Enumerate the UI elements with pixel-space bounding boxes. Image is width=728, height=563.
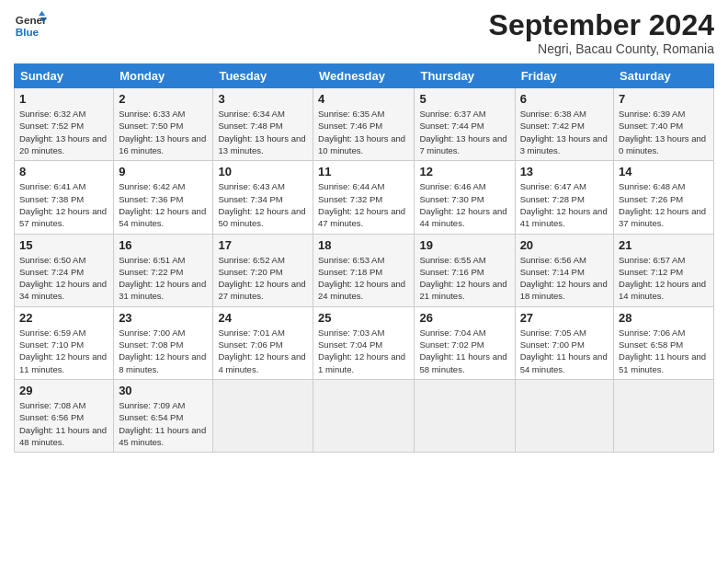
day-cell: 23Sunrise: 7:00 AMSunset: 7:08 PMDayligh… — [114, 306, 213, 379]
day-cell — [313, 379, 415, 452]
day-number: 26 — [419, 311, 509, 325]
day-number: 4 — [318, 92, 409, 106]
day-info: Sunrise: 6:51 AMSunset: 7:22 PMDaylight:… — [119, 254, 208, 303]
day-cell: 19Sunrise: 6:55 AMSunset: 7:16 PMDayligh… — [415, 234, 515, 306]
day-cell: 16Sunrise: 6:51 AMSunset: 7:22 PMDayligh… — [114, 234, 213, 306]
day-info: Sunrise: 6:46 AMSunset: 7:30 PMDaylight:… — [419, 180, 509, 229]
day-cell: 10Sunrise: 6:43 AMSunset: 7:34 PMDayligh… — [213, 161, 313, 234]
day-number: 17 — [218, 238, 308, 252]
day-info: Sunrise: 6:43 AMSunset: 7:34 PMDaylight:… — [218, 180, 308, 229]
day-info: Sunrise: 7:01 AMSunset: 7:06 PMDaylight:… — [218, 327, 308, 375]
day-cell: 27Sunrise: 7:05 AMSunset: 7:00 PMDayligh… — [515, 306, 613, 379]
week-row-3: 15Sunrise: 6:50 AMSunset: 7:24 PMDayligh… — [15, 234, 714, 306]
day-cell: 6Sunrise: 6:38 AMSunset: 7:42 PMDaylight… — [515, 88, 613, 161]
day-info: Sunrise: 7:05 AMSunset: 7:00 PMDaylight:… — [520, 327, 609, 375]
week-row-2: 8Sunrise: 6:41 AMSunset: 7:38 PMDaylight… — [15, 161, 714, 234]
day-number: 6 — [520, 92, 609, 106]
day-info: Sunrise: 6:32 AMSunset: 7:52 PMDaylight:… — [19, 108, 108, 156]
col-header-saturday: Saturday — [614, 64, 714, 88]
day-cell: 18Sunrise: 6:53 AMSunset: 7:18 PMDayligh… — [313, 234, 415, 306]
day-number: 21 — [619, 238, 709, 252]
day-info: Sunrise: 6:53 AMSunset: 7:18 PMDaylight:… — [318, 254, 409, 303]
day-cell: 13Sunrise: 6:47 AMSunset: 7:28 PMDayligh… — [515, 161, 613, 234]
day-info: Sunrise: 7:09 AMSunset: 6:54 PMDaylight:… — [119, 399, 208, 448]
day-number: 13 — [520, 165, 609, 178]
day-info: Sunrise: 6:39 AMSunset: 7:40 PMDaylight:… — [619, 108, 709, 156]
day-info: Sunrise: 6:33 AMSunset: 7:50 PMDaylight:… — [119, 108, 208, 156]
day-info: Sunrise: 6:34 AMSunset: 7:48 PMDaylight:… — [218, 108, 308, 156]
col-header-monday: Monday — [114, 64, 213, 88]
calendar: SundayMondayTuesdayWednesdayThursdayFrid… — [14, 63, 714, 453]
col-header-tuesday: Tuesday — [213, 64, 313, 88]
day-number: 28 — [619, 311, 709, 325]
day-number: 5 — [419, 92, 509, 106]
day-info: Sunrise: 6:44 AMSunset: 7:32 PMDaylight:… — [318, 180, 409, 229]
col-header-thursday: Thursday — [415, 64, 515, 88]
day-number: 20 — [520, 238, 609, 252]
title-block: September 2024 Negri, Bacau County, Roma… — [489, 9, 714, 56]
day-info: Sunrise: 6:48 AMSunset: 7:26 PMDaylight:… — [619, 180, 709, 229]
day-cell: 22Sunrise: 6:59 AMSunset: 7:10 PMDayligh… — [15, 306, 114, 379]
week-row-4: 22Sunrise: 6:59 AMSunset: 7:10 PMDayligh… — [15, 306, 714, 379]
day-info: Sunrise: 7:04 AMSunset: 7:02 PMDaylight:… — [419, 327, 509, 375]
day-cell: 11Sunrise: 6:44 AMSunset: 7:32 PMDayligh… — [313, 161, 415, 234]
day-info: Sunrise: 6:55 AMSunset: 7:16 PMDaylight:… — [419, 254, 509, 303]
day-cell: 8Sunrise: 6:41 AMSunset: 7:38 PMDaylight… — [15, 161, 114, 234]
day-info: Sunrise: 6:42 AMSunset: 7:36 PMDaylight:… — [119, 180, 208, 229]
day-number: 14 — [619, 165, 709, 178]
day-number: 29 — [19, 384, 108, 397]
day-cell: 25Sunrise: 7:03 AMSunset: 7:04 PMDayligh… — [313, 306, 415, 379]
day-number: 18 — [318, 238, 409, 252]
day-number: 25 — [318, 311, 409, 325]
logo-icon: General Blue — [14, 9, 47, 42]
day-cell: 17Sunrise: 6:52 AMSunset: 7:20 PMDayligh… — [213, 234, 313, 306]
day-cell: 30Sunrise: 7:09 AMSunset: 6:54 PMDayligh… — [114, 379, 213, 452]
day-info: Sunrise: 6:38 AMSunset: 7:42 PMDaylight:… — [520, 108, 609, 156]
day-info: Sunrise: 7:03 AMSunset: 7:04 PMDaylight:… — [318, 327, 409, 375]
day-info: Sunrise: 6:47 AMSunset: 7:28 PMDaylight:… — [520, 180, 609, 229]
day-cell: 4Sunrise: 6:35 AMSunset: 7:46 PMDaylight… — [313, 88, 415, 161]
day-number: 30 — [119, 384, 208, 397]
day-info: Sunrise: 6:37 AMSunset: 7:44 PMDaylight:… — [419, 108, 509, 156]
day-cell: 28Sunrise: 7:06 AMSunset: 6:58 PMDayligh… — [614, 306, 714, 379]
day-cell: 7Sunrise: 6:39 AMSunset: 7:40 PMDaylight… — [614, 88, 714, 161]
day-cell: 21Sunrise: 6:57 AMSunset: 7:12 PMDayligh… — [614, 234, 714, 306]
day-number: 23 — [119, 311, 208, 325]
day-number: 8 — [19, 165, 108, 178]
day-number: 15 — [19, 238, 108, 252]
day-number: 11 — [318, 165, 409, 178]
day-cell — [415, 379, 515, 452]
day-info: Sunrise: 6:35 AMSunset: 7:46 PMDaylight:… — [318, 108, 409, 156]
svg-text:Blue: Blue — [16, 26, 40, 38]
day-info: Sunrise: 7:08 AMSunset: 6:56 PMDaylight:… — [19, 399, 108, 448]
col-header-friday: Friday — [515, 64, 613, 88]
page: General Blue September 2024 Negri, Bacau… — [0, 0, 728, 563]
day-cell: 15Sunrise: 6:50 AMSunset: 7:24 PMDayligh… — [15, 234, 114, 306]
col-header-wednesday: Wednesday — [313, 64, 415, 88]
day-number: 12 — [419, 165, 509, 178]
day-info: Sunrise: 6:56 AMSunset: 7:14 PMDaylight:… — [520, 254, 609, 303]
day-number: 19 — [419, 238, 509, 252]
day-info: Sunrise: 6:52 AMSunset: 7:20 PMDaylight:… — [218, 254, 308, 303]
day-info: Sunrise: 7:00 AMSunset: 7:08 PMDaylight:… — [119, 327, 208, 375]
logo: General Blue — [14, 9, 47, 42]
day-cell: 29Sunrise: 7:08 AMSunset: 6:56 PMDayligh… — [15, 379, 114, 452]
calendar-header-row: SundayMondayTuesdayWednesdayThursdayFrid… — [15, 64, 714, 88]
day-number: 24 — [218, 311, 308, 325]
day-cell: 20Sunrise: 6:56 AMSunset: 7:14 PMDayligh… — [515, 234, 613, 306]
day-cell — [614, 379, 714, 452]
month-title: September 2024 — [489, 9, 714, 41]
day-cell — [213, 379, 313, 452]
col-header-sunday: Sunday — [15, 64, 114, 88]
subtitle: Negri, Bacau County, Romania — [489, 41, 714, 56]
day-cell: 9Sunrise: 6:42 AMSunset: 7:36 PMDaylight… — [114, 161, 213, 234]
day-cell: 14Sunrise: 6:48 AMSunset: 7:26 PMDayligh… — [614, 161, 714, 234]
day-info: Sunrise: 6:41 AMSunset: 7:38 PMDaylight:… — [19, 180, 108, 229]
day-number: 22 — [19, 311, 108, 325]
day-info: Sunrise: 6:59 AMSunset: 7:10 PMDaylight:… — [19, 327, 108, 375]
day-info: Sunrise: 6:50 AMSunset: 7:24 PMDaylight:… — [19, 254, 108, 303]
day-cell — [515, 379, 613, 452]
day-cell: 5Sunrise: 6:37 AMSunset: 7:44 PMDaylight… — [415, 88, 515, 161]
day-number: 16 — [119, 238, 208, 252]
day-cell: 3Sunrise: 6:34 AMSunset: 7:48 PMDaylight… — [213, 88, 313, 161]
